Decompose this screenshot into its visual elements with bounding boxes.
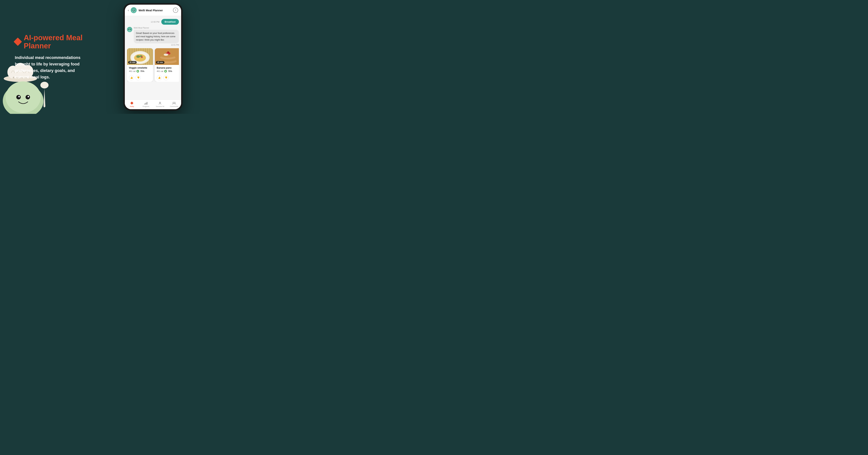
svg-point-30 (134, 54, 146, 62)
nav-progress-label: Progress (143, 106, 149, 107)
header-left: ‹ Welli Meal Planner (128, 7, 163, 13)
community-icon (172, 101, 176, 105)
svg-point-49 (173, 102, 174, 104)
svg-rect-46 (147, 102, 147, 105)
bot-bubble: Great! Based on your food preferences an… (134, 30, 179, 44)
description-text: Individual meal recommendations brought … (15, 54, 85, 81)
recipe-card-2[interactable]: 25 min Banana panc 461 cal 75% 👍 (155, 48, 179, 82)
thumbs-down-2[interactable]: 👎 (163, 75, 168, 80)
bot-avatar (127, 27, 132, 32)
match-dot-1 (136, 70, 139, 73)
svg-point-50 (174, 102, 176, 104)
svg-point-48 (160, 102, 160, 103)
nav-success-kit-label: Success kit (156, 106, 164, 107)
headline-row: AI-powered Meal Planner (15, 33, 85, 50)
thumbs-up-1[interactable]: 👍 (129, 75, 134, 80)
recipe-time-2: 25 min (156, 61, 164, 64)
right-panel: ‹ Welli Meal Planner ? (96, 3, 217, 111)
thumbs-up-2[interactable]: 👍 (157, 75, 162, 80)
svg-rect-43 (130, 102, 133, 105)
phone-frame: ‹ Welli Meal Planner ? (123, 3, 183, 111)
recipe-time-1: 20 min (128, 61, 137, 64)
diamond-icon (13, 37, 22, 46)
nav-success-kit[interactable]: Success kit (153, 101, 167, 107)
app-name: Welli Meal Planner (138, 9, 163, 12)
recipe-meta-2: 461 cal 75% (157, 70, 179, 73)
recipe-name-2: Banana panc (157, 66, 179, 69)
svg-point-22 (128, 29, 129, 30)
svg-rect-44 (145, 104, 145, 105)
recipe-actions-2: 👍 👎 (155, 74, 179, 82)
recipe-cards-row: 20 min Veggie omelette 461 cal 75% 👍 (127, 48, 179, 82)
recipe-meta-1: 461 cal 75% (129, 70, 151, 73)
svg-point-17 (132, 9, 135, 12)
recipe-name-1: Veggie omelette (129, 66, 151, 69)
bot-time: 12:01 PM (134, 44, 179, 46)
svg-point-33 (141, 56, 143, 58)
svg-point-12 (26, 95, 30, 99)
match-pct-1: 75% (140, 70, 144, 72)
today-icon (130, 101, 134, 105)
phone-screen: ‹ Welli Meal Planner ? (125, 5, 181, 109)
bottom-nav: Today Progress Succe (125, 99, 181, 109)
thumbs-down-1[interactable]: 👎 (135, 75, 141, 80)
svg-point-31 (136, 55, 140, 58)
left-panel: AI-powered Meal Planner Individual meal … (0, 23, 96, 92)
svg-point-18 (133, 10, 133, 11)
bot-name: Welli Meal Planner (134, 27, 179, 29)
success-kit-icon (158, 101, 162, 105)
back-button[interactable]: ‹ (128, 8, 129, 12)
svg-point-23 (130, 29, 131, 30)
recipe-info-1: Veggie omelette 461 cal 75% (127, 65, 153, 74)
recipe-card-1[interactable]: 20 min Veggie omelette 461 cal 75% 👍 (127, 48, 153, 82)
headline-text: AI-powered Meal Planner (24, 33, 85, 50)
svg-point-14 (28, 96, 29, 97)
svg-point-11 (16, 95, 21, 99)
recipe-info-2: Banana panc 461 cal 75% (155, 65, 179, 74)
match-pct-2: 75% (168, 70, 172, 72)
chat-content: 12:00 PM Breakfast Welli Meal P (125, 16, 181, 99)
svg-point-42 (164, 54, 168, 56)
breakfast-tag[interactable]: Breakfast (161, 19, 179, 25)
message-time: 12:00 PM (151, 21, 159, 23)
nav-community[interactable]: Community (167, 101, 181, 107)
svg-point-13 (18, 96, 20, 97)
svg-rect-45 (146, 103, 146, 105)
svg-point-21 (128, 29, 131, 31)
nav-community-label: Community (170, 106, 178, 107)
progress-icon (144, 101, 148, 105)
bot-message-row: Welli Meal Planner Great! Based on your … (127, 27, 179, 46)
help-button[interactable]: ? (173, 8, 178, 13)
recipe-image-2: 25 min (155, 48, 179, 65)
phone-header: ‹ Welli Meal Planner ? (125, 5, 181, 16)
recipe-image-1: 20 min (127, 48, 153, 65)
time-tag-row: 12:00 PM Breakfast (127, 19, 179, 25)
recipe-calories-2: 461 cal (157, 70, 163, 72)
svg-point-41 (167, 51, 169, 53)
svg-point-19 (134, 10, 135, 11)
recipe-calories-1: 461 cal (129, 70, 135, 72)
nav-today[interactable]: Today (125, 101, 139, 107)
nav-progress[interactable]: Progress (139, 101, 153, 107)
nav-today-label: Today (130, 106, 134, 107)
bot-message-content: Welli Meal Planner Great! Based on your … (134, 27, 179, 46)
app-avatar (131, 7, 137, 13)
recipe-actions-1: 👍 👎 (127, 74, 153, 82)
match-dot-2 (164, 70, 167, 73)
